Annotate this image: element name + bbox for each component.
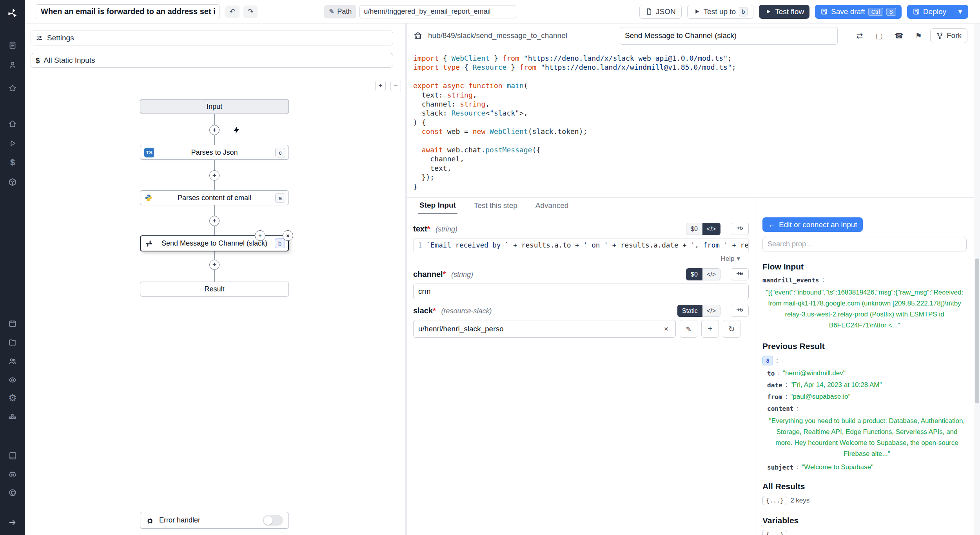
slack-connect-button[interactable] (731, 305, 749, 317)
mandrill-events-value[interactable]: "[{"event":"inbound","ts":1683819426,"ms… (762, 287, 967, 331)
prop-content-value[interactable]: "Everything you need to build a product:… (767, 416, 967, 459)
window-button[interactable]: ▢ (871, 28, 887, 43)
zoom-out-button[interactable]: − (390, 81, 401, 91)
insert-step-button[interactable]: + (209, 216, 220, 226)
settings-label: Settings (47, 34, 74, 42)
sync-button[interactable]: ⇄ (852, 28, 867, 43)
prop-mandrill-events[interactable]: mandrill_events : (762, 276, 967, 284)
users-icon[interactable] (0, 58, 25, 72)
prop-date[interactable]: date:"Fri, Apr 14, 2023 at 10:28 AM" (767, 381, 967, 389)
tab-step-input[interactable]: Step Input (418, 201, 457, 214)
workers-icon[interactable] (0, 410, 25, 424)
channel-code-toggle[interactable]: </> (702, 268, 720, 280)
zoom-in-button[interactable]: + (375, 81, 386, 91)
error-handler-toggle[interactable] (263, 515, 283, 526)
folders-icon[interactable] (0, 335, 25, 349)
resources-icon[interactable] (0, 175, 25, 189)
step-editor-region: hub/849/slack/send_message_to_channel ⇄ … (407, 23, 974, 535)
channel-default-pill[interactable]: $0 (686, 268, 702, 280)
text-connect-button[interactable] (731, 223, 749, 235)
slack-static-pill[interactable]: Static (677, 305, 702, 317)
test-flow-button[interactable]: Test flow (759, 5, 809, 19)
variables-badge[interactable]: {...} (762, 530, 787, 535)
all-results-badge[interactable]: {...} (762, 496, 787, 505)
pencil-icon: ✎ (686, 324, 691, 333)
code-editor[interactable]: import { WebClient } from "https://deno.… (407, 48, 974, 197)
fork-button[interactable]: Fork (930, 28, 967, 43)
flow-node-result[interactable]: Result (140, 282, 289, 296)
insert-step-button[interactable]: + (209, 260, 220, 270)
text-code-toggle[interactable]: </> (702, 223, 720, 235)
settings-icon[interactable]: ⚙ (0, 391, 25, 405)
audit-icon[interactable] (0, 373, 25, 387)
result-a-badge[interactable]: a (762, 356, 773, 365)
fork-icon (936, 32, 944, 40)
clear-resource-button[interactable]: × (662, 324, 671, 334)
refresh-resource-button[interactable]: ↻ (723, 320, 740, 338)
channel-connect-button[interactable] (731, 268, 749, 280)
slack-code-toggle[interactable]: </> (702, 305, 720, 317)
edit-resource-button[interactable]: ✎ (680, 320, 697, 338)
favorites-icon[interactable] (0, 81, 25, 95)
groups-icon[interactable] (0, 354, 25, 368)
topbar: ↶ ↷ ✎ Path JSON Test up to b Test flow S… (25, 0, 980, 23)
insert-step-button[interactable]: + (209, 125, 220, 135)
test-up-to-button[interactable]: Test up to b (687, 5, 753, 19)
undo-button[interactable]: ↶ (225, 5, 240, 18)
channel-field-controls: $0 </> (686, 268, 749, 280)
deploy-dropdown-button[interactable]: ▾ (952, 5, 968, 19)
root-value: - (781, 357, 784, 365)
variables-icon[interactable]: $ (0, 155, 25, 170)
redo-button[interactable]: ↷ (243, 5, 258, 18)
text-expression-editor[interactable]: 1 `Email received by ` + results.a.to + … (413, 238, 749, 252)
node-label: Result (204, 285, 224, 293)
flow-node-input[interactable]: Input (140, 99, 289, 114)
node-insert-button[interactable]: + (255, 230, 265, 241)
docs-icon[interactable] (0, 448, 25, 463)
github-icon[interactable] (0, 486, 25, 500)
expand-sidebar-icon[interactable] (0, 515, 25, 530)
flag-button[interactable]: ⚑ (911, 28, 926, 43)
colon: : (786, 393, 788, 401)
path-input[interactable] (359, 5, 516, 18)
flow-node-a[interactable]: Parses content of emaila (140, 190, 289, 205)
discord-icon[interactable] (0, 467, 25, 481)
kbd-ctrl: Ctrl (868, 8, 883, 16)
windmill-logo[interactable] (0, 5, 25, 21)
deploy-button[interactable]: Deploy (907, 5, 952, 19)
step-name-input[interactable] (620, 27, 838, 45)
all-static-inputs-button[interactable]: $ All Static Inputs (31, 53, 393, 68)
text-default-pill[interactable]: $0 (686, 223, 702, 235)
prop-content[interactable]: content: (767, 405, 967, 412)
home-icon[interactable] (0, 117, 25, 131)
prop-key: date (767, 381, 782, 389)
prop-subject[interactable]: subject:"Welcome to Supabase" (767, 463, 967, 471)
zoom-controls: + − (375, 81, 401, 91)
flow-node-c[interactable]: TSParses to Jsonc (140, 145, 289, 160)
step-header: hub/849/slack/send_message_to_channel ⇄ … (407, 23, 974, 48)
error-handler-node[interactable]: Error handler (140, 512, 289, 529)
runs-icon[interactable] (0, 136, 25, 150)
phone-button[interactable]: ☎ (891, 28, 907, 43)
slack-resource-input[interactable]: u/henri/henri_slack_perso × (413, 320, 676, 338)
save-draft-button[interactable]: Save draft Ctrl S (815, 5, 902, 19)
flow-title-input[interactable] (36, 4, 220, 19)
json-button[interactable]: JSON (639, 5, 682, 19)
scrollbar-thumb[interactable] (975, 258, 979, 403)
scripts-icon[interactable] (0, 38, 25, 52)
tab-test-this-step[interactable]: Test this step (472, 201, 519, 214)
channel-input[interactable] (413, 284, 749, 299)
insert-step-button[interactable]: + (209, 170, 220, 181)
flow-settings-button[interactable]: Settings (31, 31, 393, 45)
flow-node-b[interactable]: Send Message to Channel (slack)b+× (140, 235, 289, 251)
schedules-icon[interactable] (0, 316, 25, 331)
path-button[interactable]: ✎ Path (324, 5, 356, 18)
add-resource-button[interactable]: + (701, 320, 719, 338)
tab-advanced[interactable]: Advanced (534, 201, 570, 214)
prop-to[interactable]: to:"henri@windmill.dev" (767, 369, 967, 377)
prop-from[interactable]: from:"paul@supabase.io" (767, 393, 967, 401)
prop-search-input[interactable] (762, 237, 967, 251)
edit-connect-button[interactable]: ← Edit or connect an input (762, 217, 863, 232)
node-close-button[interactable]: × (283, 230, 293, 241)
help-link[interactable]: Help▾ (720, 255, 740, 263)
